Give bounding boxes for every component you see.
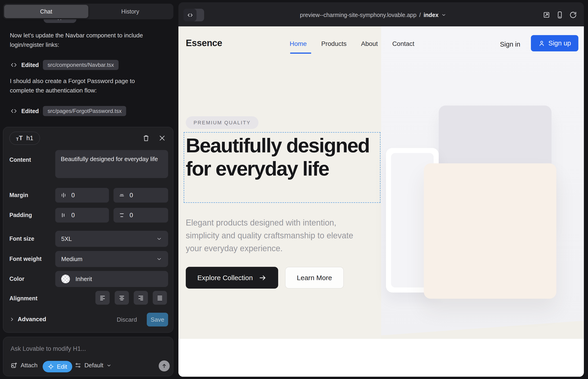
align-center-icon	[118, 295, 125, 301]
code-icon	[187, 12, 193, 18]
margin-horizontal-icon	[60, 192, 67, 198]
nav-link-home[interactable]: Home	[290, 40, 307, 47]
site-logo[interactable]: Essence	[186, 38, 222, 48]
attach-button[interactable]: Attach	[11, 362, 38, 369]
font-size-select[interactable]: 5XL	[55, 231, 168, 247]
advanced-toggle[interactable]: Advanced	[9, 316, 46, 323]
padding-x-input[interactable]: 0	[55, 208, 109, 222]
font-size-label: Font size	[9, 235, 34, 242]
align-justify-button[interactable]	[153, 291, 167, 305]
padding-y-input[interactable]: 0	[113, 208, 168, 222]
delete-element-button[interactable]	[141, 133, 151, 143]
sign-up-label: Sign up	[548, 39, 571, 47]
close-editor-button[interactable]	[157, 133, 167, 143]
send-button[interactable]	[159, 360, 170, 371]
edited-file-row: Edited src/components/Navbar.tsx	[10, 60, 119, 70]
alignment-label: Alignment	[9, 295, 37, 302]
hero-paragraph: Elegant products designed with intention…	[186, 216, 360, 255]
margin-vertical-icon	[119, 192, 125, 198]
learn-more-button[interactable]: Learn More	[285, 267, 344, 289]
sign-in-link[interactable]: Sign in	[500, 41, 520, 48]
font-weight-select[interactable]: Medium	[55, 251, 168, 267]
margin-label: Margin	[9, 192, 28, 198]
align-left-button[interactable]	[95, 291, 110, 305]
padding-x-value: 0	[71, 212, 75, 219]
tab-chat[interactable]: Chat	[4, 5, 88, 18]
open-in-new-tab-button[interactable]	[542, 11, 550, 19]
image-plus-icon	[11, 362, 17, 369]
sign-up-button[interactable]: Sign up	[531, 35, 578, 51]
page-name: index	[424, 12, 438, 18]
site-nav: Home Products About Contact	[290, 40, 414, 47]
url-separator: /	[419, 12, 421, 18]
chrome-actions	[542, 11, 577, 19]
discard-button[interactable]: Discard	[117, 316, 137, 323]
smartphone-icon	[556, 11, 564, 19]
hero-headline[interactable]: Beautifully designed for everyday life	[186, 134, 376, 180]
preview-window: preview--charming-site-symphony.lovable.…	[178, 2, 584, 377]
active-nav-underline	[290, 52, 311, 54]
edit-mode-button[interactable]: Edit	[43, 361, 72, 372]
align-left-icon	[99, 295, 106, 301]
selected-element-tag: TT h1	[9, 132, 40, 145]
refresh-button[interactable]	[569, 11, 577, 19]
diagonal-wedge	[381, 321, 584, 339]
trash-icon	[142, 134, 150, 142]
nav-link-about[interactable]: About	[361, 40, 378, 47]
explore-collection-button[interactable]: Explore Collection	[186, 267, 278, 289]
save-button[interactable]: Save	[147, 313, 168, 327]
nav-link-products[interactable]: Products	[321, 40, 347, 47]
color-swatch-icon	[61, 275, 70, 283]
chat-history-tabs: Chat History	[3, 4, 173, 19]
element-editor-panel: TT h1 Content Beautifully designed for e…	[3, 127, 173, 333]
file-chip[interactable]: src/components/Navbar.tsx	[43, 60, 118, 70]
file-chip[interactable]: src/pages/ForgotPassword.tsx	[43, 106, 126, 116]
edit-label: Edit	[57, 363, 67, 370]
app-root: ·· Chat History Now let's update the Nav…	[0, 0, 588, 379]
external-link-icon	[542, 11, 550, 19]
margin-y-value: 0	[130, 192, 133, 199]
code-icon	[10, 108, 17, 114]
edited-file-row: Edited src/pages/ForgotPassword.tsx	[10, 106, 126, 116]
section-below-hero	[178, 339, 584, 377]
chevron-down-icon	[156, 256, 162, 262]
code-preview-toggle[interactable]	[184, 9, 204, 21]
nav-link-contact[interactable]: Contact	[392, 40, 414, 47]
chevron-down-icon	[441, 12, 446, 17]
premium-quality-badge: PREMIUM QUALITY	[186, 116, 259, 129]
padding-y-value: 0	[130, 212, 133, 219]
code-toggle-segment[interactable]	[184, 9, 197, 21]
align-center-button[interactable]	[115, 291, 129, 305]
model-default-button[interactable]: Default	[75, 362, 111, 369]
margin-x-input[interactable]: 0	[55, 188, 109, 203]
edited-label: Edited	[21, 108, 39, 114]
site-content: Essence Home Products About Contact Sign…	[178, 26, 584, 377]
chat-message: I should also create a Forgot Password p…	[10, 76, 152, 95]
edited-label: Edited	[21, 62, 39, 68]
composer-input[interactable]: Ask Lovable to modify H1...	[11, 345, 86, 352]
code-icon	[10, 62, 17, 68]
url-bar[interactable]: preview--charming-site-symphony.lovable.…	[208, 9, 538, 21]
element-tag-label: h1	[26, 135, 33, 142]
padding-label: Padding	[9, 212, 32, 218]
align-right-button[interactable]	[134, 291, 148, 305]
mobile-view-button[interactable]	[556, 11, 564, 19]
chevron-right-icon	[9, 317, 15, 322]
margin-x-value: 0	[71, 192, 75, 199]
decor-card-cream	[424, 163, 556, 299]
refresh-icon	[569, 11, 577, 19]
chat-message: Now let's update the Navbar component to…	[10, 31, 152, 49]
attach-label: Attach	[21, 362, 38, 369]
sliders-icon	[75, 362, 81, 369]
arrow-up-icon	[161, 363, 167, 369]
advanced-label: Advanced	[18, 316, 46, 323]
align-justify-icon	[156, 295, 163, 301]
explore-collection-label: Explore Collection	[198, 274, 253, 282]
margin-y-input[interactable]: 0	[113, 188, 168, 203]
arrow-right-icon	[259, 274, 266, 282]
tab-history[interactable]: History	[88, 5, 172, 18]
font-size-value: 5XL	[61, 235, 72, 242]
color-select[interactable]: Inherit	[55, 271, 168, 287]
padding-horizontal-icon	[60, 212, 67, 218]
content-input[interactable]: Beautifully designed for everyday life	[55, 150, 168, 178]
